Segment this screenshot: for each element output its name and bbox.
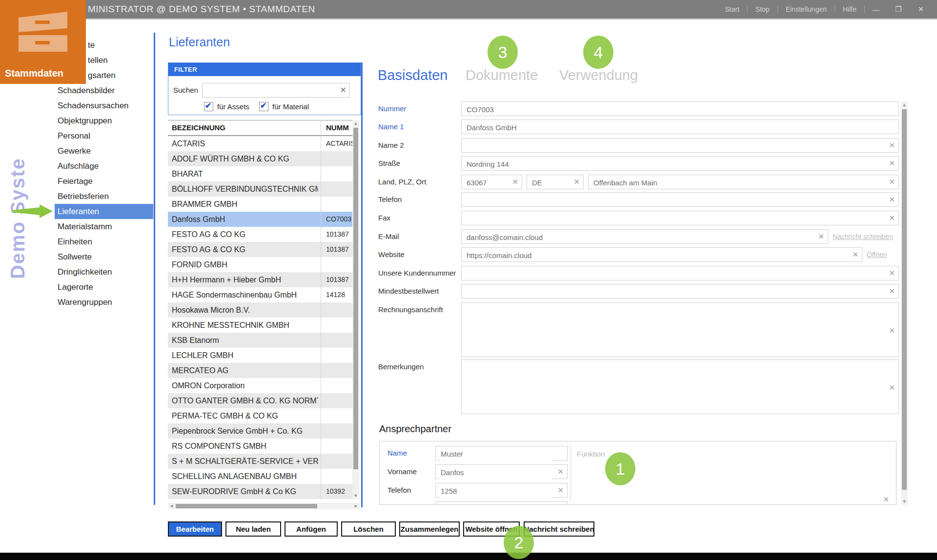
scroll-down-icon[interactable]: ▼ (901, 499, 908, 504)
scroll-left-icon[interactable]: ◄ (169, 503, 174, 509)
table-row[interactable]: OTTO GANTER GMBH & CO. KG NORMTEILE (168, 393, 352, 408)
table-row[interactable]: H+H Herrmann + Hieber GmbH101387 (168, 272, 352, 287)
minimize-button[interactable]: — (865, 5, 887, 14)
kontakt-name-input[interactable] (440, 447, 551, 460)
strasse-input[interactable] (466, 157, 886, 171)
bearbeiten-button[interactable]: Bearbeiten (168, 521, 222, 537)
table-row[interactable]: BÖLLHOFF VERBINDUNGSTECHNIK GMBH (168, 181, 352, 197)
plz-input[interactable] (466, 176, 509, 189)
l-schen-button[interactable]: Löschen (341, 521, 396, 537)
table-row[interactable]: BHARAT (168, 166, 352, 181)
sidebar-item-selected[interactable]: Lieferanten (55, 204, 153, 219)
funktion-input[interactable] (576, 446, 763, 461)
fax-input[interactable] (466, 212, 886, 225)
clear-button[interactable]: ✕ (889, 195, 895, 204)
kontakt-vorname-input[interactable] (440, 465, 551, 479)
telefon-input[interactable] (466, 193, 886, 207)
scroll-down-icon[interactable]: ▼ (352, 493, 359, 498)
table-row[interactable]: Danfoss GmbHCO7003 (168, 212, 352, 227)
table-row[interactable]: OMRON Corporation (168, 378, 352, 393)
nummer-input[interactable] (466, 102, 886, 116)
sidebar-item[interactable]: Warengruppen (55, 295, 153, 310)
table-row[interactable]: SCHELLING ANLAGENBAU GMBH (168, 469, 352, 484)
mindestbestellwert-input[interactable] (466, 285, 886, 299)
open-website-link[interactable]: Öffnen (867, 247, 887, 262)
sidebar-item[interactable]: Objektgruppen (55, 113, 153, 128)
website-input[interactable] (466, 248, 849, 262)
anf-gen-button[interactable]: Anfügen (285, 521, 338, 537)
clear-button[interactable]: ✕ (889, 141, 895, 150)
scrollbar-thumb[interactable] (176, 504, 317, 508)
table-row[interactable]: KSB Etanorm (168, 333, 352, 348)
neu-laden-button[interactable]: Neu laden (225, 521, 281, 537)
sidebar-item[interactable]: Materialstamm (55, 219, 153, 234)
scroll-up-icon[interactable]: ▲ (352, 121, 359, 126)
maximize-button[interactable]: ❐ (887, 5, 910, 14)
search-input[interactable] (204, 83, 338, 97)
stammdaten-tile[interactable]: Stammdaten (0, 0, 86, 84)
menu-item-stop[interactable]: Stop (748, 5, 778, 13)
scroll-right-icon[interactable]: ► (354, 503, 358, 509)
land-input[interactable] (531, 176, 570, 189)
email-input[interactable] (466, 230, 815, 244)
table-row[interactable]: BRAMMER GMBH (168, 197, 352, 212)
clear-button[interactable]: ✕ (573, 178, 580, 186)
checkbox-material[interactable]: ✔für Material (259, 102, 309, 111)
clear-button[interactable]: ✕ (818, 232, 824, 241)
sidebar-item[interactable]: Personal (55, 128, 153, 143)
menu-item-einstellungen[interactable]: Einstellungen (778, 5, 835, 13)
write-message-link[interactable]: Nachricht schreiben (833, 229, 893, 244)
clear-button[interactable]: ✕ (557, 504, 564, 505)
scroll-up-icon[interactable]: ▲ (901, 102, 908, 107)
clear-button[interactable]: ✕ (889, 326, 895, 335)
clear-button[interactable]: ✕ (883, 495, 889, 504)
clear-button[interactable]: ✕ (889, 159, 895, 168)
table-row[interactable]: FESTO AG & CO KG101387 (168, 227, 352, 242)
ort-input[interactable] (592, 176, 886, 189)
table-row[interactable]: Piepenbrock Service GmbH + Co. KG (168, 423, 352, 439)
bemerkungen-textarea[interactable] (466, 362, 885, 413)
table-row[interactable]: FESTO AG & CO KG101387 (168, 242, 352, 257)
menu-item-hilfe[interactable]: Hilfe (835, 5, 865, 13)
clear-button[interactable]: ✕ (889, 269, 895, 278)
sidebar-item[interactable]: Schadensursachen (55, 98, 153, 113)
table-row[interactable]: S + M SCHALTGERÄTE-SERVICE + VERTRIEBS (168, 454, 352, 469)
rechnungsanschrift-textarea[interactable] (466, 305, 885, 356)
sidebar-item[interactable]: Schadensbilder (55, 83, 153, 98)
scrollbar-thumb[interactable] (902, 109, 907, 490)
table-row[interactable]: FORNID GMBH (168, 257, 352, 272)
sidebar-item[interactable]: Gewerke (55, 143, 153, 159)
column-header-bezeichnung[interactable]: BEZEICHNUNG (172, 120, 225, 135)
clear-search-icon[interactable]: ✕ (340, 85, 346, 95)
kundennummer-input[interactable] (466, 267, 886, 280)
clear-button[interactable]: ✕ (512, 178, 518, 186)
table-row[interactable]: KROHNE MESSTECHNIK GMBH (168, 318, 352, 333)
tab-basisdaten[interactable]: Basisdaten (378, 67, 448, 83)
table-row[interactable]: ACTARISACTARIS (168, 136, 352, 151)
table-row[interactable]: Hosokawa Micron B.V. (168, 302, 352, 318)
zusammenlegen-button[interactable]: Zusammenlegen (399, 521, 460, 537)
clear-button[interactable]: ✕ (557, 467, 564, 476)
table-row[interactable]: RS COMPONENTS GMBH (168, 439, 352, 454)
tab-dokumente[interactable]: Dokumente (466, 67, 538, 83)
clear-button[interactable]: ✕ (889, 178, 895, 186)
sidebar-item[interactable]: Einheiten (55, 234, 153, 249)
menu-item-start[interactable]: Start (717, 5, 748, 13)
sidebar-item[interactable]: Dringlichkeiten (55, 264, 153, 280)
nachricht-schreiben-button[interactable]: Nachricht schreiben (524, 521, 594, 537)
table-row[interactable]: SEW-EURODRIVE GmbH & Co KG10392 (168, 484, 352, 499)
sidebar-item[interactable]: Feiertage (55, 174, 153, 189)
table-row[interactable]: MERCATEO AG (168, 363, 352, 378)
table-row[interactable]: LECHLER GMBH (168, 348, 352, 363)
sidebar-item[interactable]: Aufschläge (55, 159, 153, 174)
clear-button[interactable]: ✕ (852, 250, 858, 259)
close-button[interactable]: ✕ (910, 5, 932, 14)
clear-button[interactable]: ✕ (557, 486, 564, 495)
table-row[interactable]: ADOLF WÜRTH GMBH & CO KG (168, 151, 352, 166)
sidebar-item[interactable]: Lagerorte (55, 280, 153, 295)
column-header-nummer[interactable]: NUMM (326, 120, 349, 135)
checkbox-assets[interactable]: ✔für Assets (204, 102, 249, 111)
name1-input[interactable] (466, 120, 886, 134)
clear-button[interactable]: ✕ (889, 214, 895, 222)
kontakt-telefon-input[interactable] (440, 484, 551, 498)
